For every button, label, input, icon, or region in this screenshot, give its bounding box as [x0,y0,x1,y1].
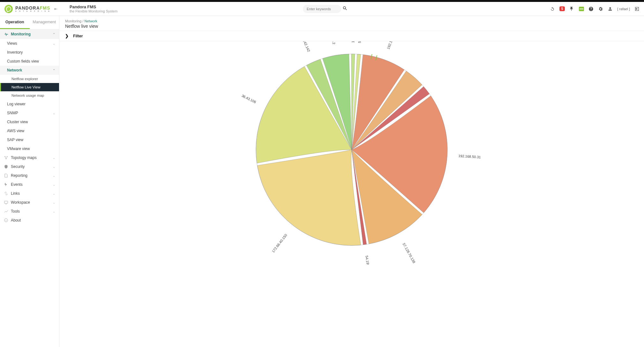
logout-icon[interactable] [634,6,640,11]
help-icon[interactable] [588,6,594,11]
slice-label: 192.168.50.2 [329,41,336,45]
chart-container: 192.168.50.3157.128.70.13854.198.86.2417… [59,41,644,347]
sidebar-tools[interactable]: Tools⌄ [0,207,59,216]
search-input[interactable] [307,7,332,11]
sidebar-events[interactable]: Events⌄ [0,180,59,189]
sidebar-network[interactable]: Network⌃ [0,66,59,75]
slice-label: 192.168.80.19 [351,41,355,43]
sidebar-aws[interactable]: AWS view [0,126,59,135]
gear-icon[interactable] [598,6,603,11]
sidebar-network-usage[interactable]: Network usage map [0,91,59,100]
netflow-pie-chart: 192.168.50.3157.128.70.13854.198.86.2417… [208,41,495,265]
sidebar-security[interactable]: Security⌄ [0,162,59,171]
slice-label: 192.168.50.31 [458,154,481,159]
chevron-right-icon: ❯ [65,34,69,38]
reporting-icon [4,173,8,178]
tab-management[interactable]: Management [30,16,59,29]
logo: PANDORAFMS E N T E R P R I S E ⇤ [4,5,64,13]
search-icon[interactable] [342,6,348,12]
sidebar-about[interactable]: About [0,216,59,225]
shield-icon [4,164,8,169]
sidebar-topology[interactable]: Topology maps⌄ [0,153,59,162]
alert-badge[interactable]: 5 [559,6,565,11]
slice-label: 192.168. [386,41,394,50]
events-icon [4,182,8,187]
sidebar: Operation Management Monitoring⌃ Views⌄ … [0,16,59,347]
tools-icon [4,209,8,214]
filter-label: Filter [73,34,83,38]
user-label: [ rafael ] [617,7,630,11]
sidebar-custom-fields[interactable]: Custom fields view [0,57,59,66]
info-icon [4,218,8,223]
pin-icon[interactable] [569,6,574,11]
links-icon [4,191,8,196]
user-icon[interactable] [608,6,613,11]
brand-subtext: E N T E R P R I S E [15,10,50,12]
sidebar-workspace[interactable]: Workspace⌄ [0,198,59,207]
monitoring-icon [4,32,9,37]
main-content: Monitoring / Network Netflow live view ❯… [59,16,644,347]
topology-icon [4,155,8,160]
sidebar-cluster[interactable]: Cluster view [0,117,59,126]
crumb-root[interactable]: Monitoring [65,19,81,23]
filter-toggle[interactable]: ❯ Filter [59,31,644,41]
pie-slice[interactable] [257,150,361,245]
search-box[interactable] [303,5,341,13]
sidebar-sap[interactable]: SAP view [0,135,59,144]
breadcrumb-bar: Monitoring / Network Netflow live view [59,16,644,31]
slice-label: 36.43.106 [241,94,257,104]
sidebar-monitoring[interactable]: Monitoring⌃ [0,29,59,39]
slice-label: 146.59.242.142 [298,41,311,52]
tab-operation[interactable]: Operation [0,16,30,29]
sidebar-snmp[interactable]: SNMP⌄ [0,109,59,117]
sidebar-netflow-live[interactable]: Netflow Live View [0,83,59,91]
sidebar-links[interactable]: Links⌄ [0,189,59,198]
app-title: Pandora FMS the Flexible Monitoring Syst… [70,4,117,13]
sidebar-inventory[interactable]: Inventory [0,48,59,57]
workspace-icon [4,200,8,205]
crumb-current[interactable]: Network [85,19,97,23]
sidebar-log-viewer[interactable]: Log viewer [0,100,59,109]
slice-label: 54.198.86.24 [365,255,371,265]
brand-text: PANDORAFMS [15,6,50,10]
slice-label: 57.128.70.138 [402,242,416,264]
slice-label: 172.66.40.150 [271,233,288,253]
sidebar-views[interactable]: Views⌄ [0,39,59,48]
sidebar-tabs: Operation Management [0,16,59,29]
slice-label: 51.91.96.18 [357,41,363,43]
app-title-main: Pandora FMS [70,4,117,9]
sidebar-vmware[interactable]: VMware view [0,144,59,153]
app-title-sub: the Flexible Monitoring System [70,9,117,13]
sidebar-reporting[interactable]: Reporting⌄ [0,171,59,180]
sidebar-netflow-explorer[interactable]: Netflow explorer [0,75,59,83]
page-title: Netflow live view [65,24,638,29]
app-header: PANDORAFMS E N T E R P R I S E ⇤ Pandora… [0,2,644,16]
status-green-icon[interactable] [579,7,584,11]
logo-icon [4,5,13,13]
svg-rect-3 [4,201,8,203]
sidebar-collapse-icon[interactable]: ⇤ [54,7,57,11]
refresh-icon[interactable] [550,6,555,11]
